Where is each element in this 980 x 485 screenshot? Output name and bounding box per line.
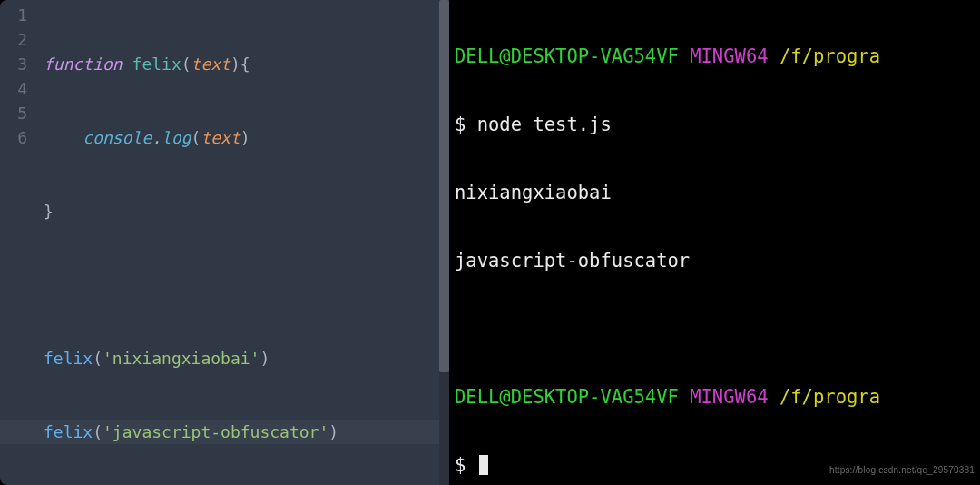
terminal-pane[interactable]: DELL@DESKTOP-VAG54VF MINGW64 /f/progra $…	[449, 0, 980, 485]
argument: text	[201, 128, 240, 147]
prompt-dollar: $	[455, 454, 477, 476]
parameter: text	[191, 54, 230, 74]
keyword-function: function	[44, 54, 122, 74]
string-literal: 'javascript-obfuscator'	[103, 422, 328, 441]
prompt-env: MINGW64	[679, 45, 779, 67]
terminal-prompt-line: DELL@DESKTOP-VAG54VF MINGW64 /f/progra	[455, 386, 980, 409]
code-editor-pane[interactable]: 1 2 3 4 5 6 function felix(text){ consol…	[0, 0, 449, 485]
line-number: 5	[0, 101, 36, 125]
command-text: node test.js	[477, 114, 612, 135]
terminal-output: javascript-obfuscator	[455, 250, 980, 272]
method-log: log	[162, 128, 191, 147]
code-line[interactable]: felix('nixiangxiaobai')	[44, 346, 449, 371]
vertical-scrollbar[interactable]	[439, 0, 449, 485]
code-line[interactable]: function felix(text){	[44, 52, 449, 76]
line-number: 4	[0, 76, 36, 101]
prompt-user: DELL@DESKTOP-VAG54VF	[455, 45, 679, 67]
scrollbar-thumb[interactable]	[439, 0, 449, 372]
object-console: console	[83, 128, 152, 147]
code-area[interactable]: function felix(text){ console.log(text) …	[36, 0, 449, 485]
terminal-output: nixiangxiaobai	[455, 182, 980, 204]
code-line[interactable]	[44, 272, 449, 297]
function-name: felix	[132, 54, 181, 74]
cursor-icon	[479, 455, 488, 475]
prompt-path: /f/progra	[779, 386, 880, 408]
string-literal: 'nixiangxiaobai'	[103, 349, 260, 368]
prompt-env: MINGW64	[679, 386, 779, 408]
line-number: 6	[0, 125, 36, 150]
line-number-gutter: 1 2 3 4 5 6	[0, 0, 36, 485]
watermark-text: https://blog.csdn.net/qq_29570381	[829, 459, 975, 481]
terminal-blank	[455, 318, 980, 341]
terminal-command-line: $ node test.js	[455, 114, 980, 136]
prompt-path: /f/progra	[779, 45, 880, 67]
code-line[interactable]: console.log(text)	[44, 125, 449, 150]
function-call: felix	[44, 349, 93, 368]
code-line[interactable]: }	[44, 199, 449, 223]
function-call: felix	[44, 422, 93, 441]
line-number: 1	[0, 3, 36, 27]
prompt-dollar: $	[455, 114, 477, 135]
prompt-user: DELL@DESKTOP-VAG54VF	[455, 386, 679, 408]
line-number: 2	[0, 27, 36, 52]
terminal-prompt-line: DELL@DESKTOP-VAG54VF MINGW64 /f/progra	[455, 45, 980, 68]
line-number: 3	[0, 52, 36, 76]
code-line-current[interactable]: felix('javascript-obfuscator')	[44, 420, 449, 444]
